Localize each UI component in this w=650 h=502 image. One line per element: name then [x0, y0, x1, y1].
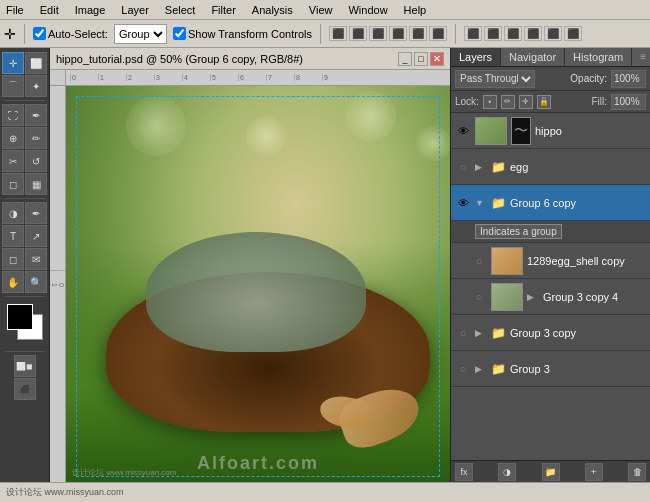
tab-layers[interactable]: Layers: [451, 48, 501, 66]
eye-icon-hippo: 👁: [458, 125, 469, 137]
lock-image-icon[interactable]: ✏: [501, 95, 515, 109]
menu-layer[interactable]: Layer: [119, 4, 151, 16]
magic-wand-tool[interactable]: ✦: [25, 75, 47, 97]
panel-options-button[interactable]: ≡: [636, 48, 650, 66]
canvas-image[interactable]: Alfoart.com 设计论坛 www.missyuan.com: [66, 86, 450, 482]
adjustment-button[interactable]: ◑: [498, 463, 516, 481]
marquee-tool[interactable]: ⬜: [25, 52, 47, 74]
layers-list[interactable]: 👁 〜 hippo ○ ▶ 📁 egg 👁 ▼ 📁 Group 6 copy: [451, 113, 650, 460]
expand-group6copy[interactable]: ▼: [475, 198, 487, 208]
menu-edit[interactable]: Edit: [38, 4, 61, 16]
menu-view[interactable]: View: [307, 4, 335, 16]
layer-row-group3copy4[interactable]: ○ ▶ Group 3 copy 4: [451, 279, 650, 315]
brush-tool[interactable]: ✏: [25, 127, 47, 149]
layer-row-group6copy[interactable]: 👁 ▼ 📁 Group 6 copy: [451, 185, 650, 221]
layer-row-group3[interactable]: ○ ▶ 📁 Group 3: [451, 351, 650, 387]
eyedropper-tool[interactable]: ✒: [25, 104, 47, 126]
opacity-input[interactable]: [611, 70, 646, 88]
expand-group3copy[interactable]: ▶: [475, 328, 487, 338]
group-button[interactable]: 📁: [542, 463, 560, 481]
close-button[interactable]: ✕: [430, 52, 444, 66]
lock-label: Lock:: [455, 96, 479, 107]
align-left-icon[interactable]: ⬛: [329, 26, 347, 41]
dist-icon6[interactable]: ⬛: [564, 26, 582, 41]
dist-icon1[interactable]: ⬛: [464, 26, 482, 41]
delete-layer-button[interactable]: 🗑: [628, 463, 646, 481]
expand-group3[interactable]: ▶: [475, 364, 487, 374]
menu-help[interactable]: Help: [402, 4, 429, 16]
align-center-icon[interactable]: ⬛: [349, 26, 367, 41]
layer-name-egg: egg: [510, 161, 646, 173]
tab-navigator[interactable]: Navigator: [501, 48, 565, 66]
dist-icon4[interactable]: ⬛: [524, 26, 542, 41]
menu-image[interactable]: Image: [73, 4, 108, 16]
layer-row-egg[interactable]: ○ ▶ 📁 egg: [451, 149, 650, 185]
path-select-tool[interactable]: ↗: [25, 225, 47, 247]
foreground-color-swatch[interactable]: [7, 304, 33, 330]
lock-position-icon[interactable]: ✛: [519, 95, 533, 109]
menu-file[interactable]: File: [4, 4, 26, 16]
eye-icon-egg: ○: [460, 161, 467, 173]
visibility-group6copy[interactable]: 👁: [455, 195, 471, 211]
transform-checkbox[interactable]: Show Transform Controls: [173, 27, 312, 40]
menu-window[interactable]: Window: [346, 4, 389, 16]
auto-select-type[interactable]: Group Layer: [114, 24, 167, 44]
text-tool[interactable]: T: [2, 225, 24, 247]
align-top-icon[interactable]: ⬛: [389, 26, 407, 41]
visibility-hippo[interactable]: 👁: [455, 123, 471, 139]
dist-icon5[interactable]: ⬛: [544, 26, 562, 41]
clone-tool[interactable]: ✂: [2, 150, 24, 172]
ruler-row: 0 1 2 3 4 5 6 7 8 9: [50, 70, 450, 86]
new-layer-button[interactable]: +: [585, 463, 603, 481]
ruler-horizontal: 0 1 2 3 4 5 6 7 8 9: [66, 70, 450, 86]
auto-select-checkbox[interactable]: Auto-Select:: [33, 27, 108, 40]
layer-row-hippo[interactable]: 👁 〜 hippo: [451, 113, 650, 149]
expand-egg[interactable]: ▶: [475, 162, 487, 172]
align-middle-icon[interactable]: ⬛: [409, 26, 427, 41]
pen-tool[interactable]: ✒: [25, 202, 47, 224]
visibility-group3copy4[interactable]: ○: [471, 289, 487, 305]
shape-tool[interactable]: ◻: [2, 248, 24, 270]
visibility-egg[interactable]: ○: [455, 159, 471, 175]
heal-tool[interactable]: ⊕: [2, 127, 24, 149]
maximize-button[interactable]: □: [414, 52, 428, 66]
zoom-tool[interactable]: 🔍: [25, 271, 47, 293]
screen-mode-icon[interactable]: ⬛: [14, 378, 36, 400]
move-tool-icon[interactable]: ✛: [4, 26, 16, 42]
lock-pixels-icon[interactable]: ▪: [483, 95, 497, 109]
mask-hippo: 〜: [511, 117, 531, 145]
visibility-eggshell[interactable]: ○: [471, 253, 487, 269]
layer-name-hippo: hippo: [535, 125, 646, 137]
visibility-group3copy[interactable]: ○: [455, 325, 471, 341]
menu-select[interactable]: Select: [163, 4, 198, 16]
dodge-tool[interactable]: ◑: [2, 202, 24, 224]
fill-input[interactable]: [611, 94, 646, 110]
menu-analysis[interactable]: Analysis: [250, 4, 295, 16]
move-tool[interactable]: ✛: [2, 52, 24, 74]
align-bottom-icon[interactable]: ⬛: [429, 26, 447, 41]
gradient-tool[interactable]: ▦: [25, 173, 47, 195]
dist-icon2[interactable]: ⬛: [484, 26, 502, 41]
expand-group3copy4[interactable]: ▶: [527, 292, 539, 302]
hand-tool[interactable]: ✋: [2, 271, 24, 293]
align-right-icon[interactable]: ⬛: [369, 26, 387, 41]
canvas-title-buttons: _ □ ✕: [398, 52, 444, 66]
quick-mask-icon[interactable]: ⬜◼: [14, 355, 36, 377]
menu-filter[interactable]: Filter: [209, 4, 237, 16]
lock-all-icon[interactable]: 🔒: [537, 95, 551, 109]
minimize-button[interactable]: _: [398, 52, 412, 66]
layer-row-eggshell[interactable]: ○ 1289egg_shell copy: [451, 243, 650, 279]
tab-histogram[interactable]: Histogram: [565, 48, 632, 66]
notes-tool[interactable]: ✉: [25, 248, 47, 270]
blend-mode-select[interactable]: Pass Through Normal Multiply Screen Over…: [455, 70, 535, 88]
layer-row-group3copy[interactable]: ○ ▶ 📁 Group 3 copy: [451, 315, 650, 351]
thumb-group3copy4: [491, 283, 523, 311]
dist-icon3[interactable]: ⬛: [504, 26, 522, 41]
thumb-hippo: [475, 117, 507, 145]
visibility-group3[interactable]: ○: [455, 361, 471, 377]
crop-tool[interactable]: ⛶: [2, 104, 24, 126]
history-brush[interactable]: ↺: [25, 150, 47, 172]
lasso-tool[interactable]: ⌒: [2, 75, 24, 97]
eraser-tool[interactable]: ◻: [2, 173, 24, 195]
fx-button[interactable]: fx: [455, 463, 473, 481]
